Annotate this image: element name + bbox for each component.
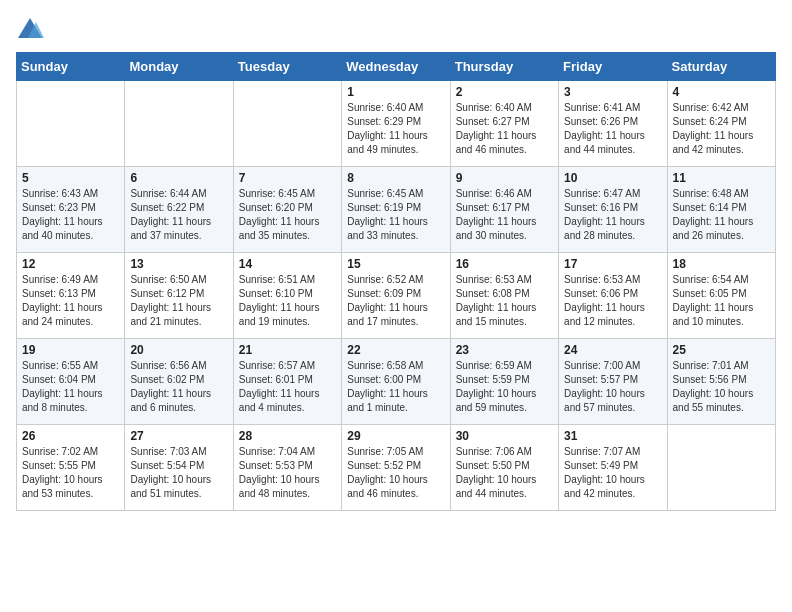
calendar-cell: 5Sunrise: 6:43 AM Sunset: 6:23 PM Daylig…	[17, 167, 125, 253]
calendar-cell: 20Sunrise: 6:56 AM Sunset: 6:02 PM Dayli…	[125, 339, 233, 425]
day-number: 11	[673, 171, 770, 185]
weekday-header: Sunday	[17, 53, 125, 81]
calendar-cell: 3Sunrise: 6:41 AM Sunset: 6:26 PM Daylig…	[559, 81, 667, 167]
logo	[16, 16, 46, 44]
day-info: Sunrise: 6:41 AM Sunset: 6:26 PM Dayligh…	[564, 101, 661, 157]
calendar-week-row: 12Sunrise: 6:49 AM Sunset: 6:13 PM Dayli…	[17, 253, 776, 339]
calendar-cell: 4Sunrise: 6:42 AM Sunset: 6:24 PM Daylig…	[667, 81, 775, 167]
calendar-body: 1Sunrise: 6:40 AM Sunset: 6:29 PM Daylig…	[17, 81, 776, 511]
day-info: Sunrise: 7:04 AM Sunset: 5:53 PM Dayligh…	[239, 445, 336, 501]
day-info: Sunrise: 6:43 AM Sunset: 6:23 PM Dayligh…	[22, 187, 119, 243]
calendar-cell: 29Sunrise: 7:05 AM Sunset: 5:52 PM Dayli…	[342, 425, 450, 511]
day-info: Sunrise: 6:42 AM Sunset: 6:24 PM Dayligh…	[673, 101, 770, 157]
day-info: Sunrise: 6:53 AM Sunset: 6:08 PM Dayligh…	[456, 273, 553, 329]
day-info: Sunrise: 6:51 AM Sunset: 6:10 PM Dayligh…	[239, 273, 336, 329]
calendar-cell: 8Sunrise: 6:45 AM Sunset: 6:19 PM Daylig…	[342, 167, 450, 253]
day-info: Sunrise: 6:46 AM Sunset: 6:17 PM Dayligh…	[456, 187, 553, 243]
calendar-cell: 24Sunrise: 7:00 AM Sunset: 5:57 PM Dayli…	[559, 339, 667, 425]
calendar-cell	[125, 81, 233, 167]
day-info: Sunrise: 6:52 AM Sunset: 6:09 PM Dayligh…	[347, 273, 444, 329]
day-info: Sunrise: 7:05 AM Sunset: 5:52 PM Dayligh…	[347, 445, 444, 501]
calendar-cell: 19Sunrise: 6:55 AM Sunset: 6:04 PM Dayli…	[17, 339, 125, 425]
day-info: Sunrise: 7:06 AM Sunset: 5:50 PM Dayligh…	[456, 445, 553, 501]
day-info: Sunrise: 6:49 AM Sunset: 6:13 PM Dayligh…	[22, 273, 119, 329]
day-number: 8	[347, 171, 444, 185]
calendar-cell: 18Sunrise: 6:54 AM Sunset: 6:05 PM Dayli…	[667, 253, 775, 339]
weekday-header: Saturday	[667, 53, 775, 81]
day-number: 19	[22, 343, 119, 357]
calendar-cell: 11Sunrise: 6:48 AM Sunset: 6:14 PM Dayli…	[667, 167, 775, 253]
day-number: 1	[347, 85, 444, 99]
day-info: Sunrise: 7:07 AM Sunset: 5:49 PM Dayligh…	[564, 445, 661, 501]
calendar-week-row: 1Sunrise: 6:40 AM Sunset: 6:29 PM Daylig…	[17, 81, 776, 167]
calendar-cell: 6Sunrise: 6:44 AM Sunset: 6:22 PM Daylig…	[125, 167, 233, 253]
day-info: Sunrise: 7:00 AM Sunset: 5:57 PM Dayligh…	[564, 359, 661, 415]
calendar-cell: 23Sunrise: 6:59 AM Sunset: 5:59 PM Dayli…	[450, 339, 558, 425]
calendar-cell: 1Sunrise: 6:40 AM Sunset: 6:29 PM Daylig…	[342, 81, 450, 167]
day-number: 25	[673, 343, 770, 357]
day-info: Sunrise: 6:54 AM Sunset: 6:05 PM Dayligh…	[673, 273, 770, 329]
calendar-cell: 17Sunrise: 6:53 AM Sunset: 6:06 PM Dayli…	[559, 253, 667, 339]
calendar-cell: 7Sunrise: 6:45 AM Sunset: 6:20 PM Daylig…	[233, 167, 341, 253]
calendar-cell: 15Sunrise: 6:52 AM Sunset: 6:09 PM Dayli…	[342, 253, 450, 339]
calendar-cell: 25Sunrise: 7:01 AM Sunset: 5:56 PM Dayli…	[667, 339, 775, 425]
day-number: 5	[22, 171, 119, 185]
day-number: 3	[564, 85, 661, 99]
day-number: 17	[564, 257, 661, 271]
weekday-header: Monday	[125, 53, 233, 81]
day-info: Sunrise: 6:47 AM Sunset: 6:16 PM Dayligh…	[564, 187, 661, 243]
day-info: Sunrise: 7:03 AM Sunset: 5:54 PM Dayligh…	[130, 445, 227, 501]
day-info: Sunrise: 6:48 AM Sunset: 6:14 PM Dayligh…	[673, 187, 770, 243]
day-number: 16	[456, 257, 553, 271]
calendar-cell	[233, 81, 341, 167]
day-number: 26	[22, 429, 119, 443]
day-info: Sunrise: 6:55 AM Sunset: 6:04 PM Dayligh…	[22, 359, 119, 415]
day-info: Sunrise: 7:01 AM Sunset: 5:56 PM Dayligh…	[673, 359, 770, 415]
day-number: 12	[22, 257, 119, 271]
weekday-header: Friday	[559, 53, 667, 81]
day-number: 9	[456, 171, 553, 185]
day-number: 13	[130, 257, 227, 271]
day-info: Sunrise: 6:53 AM Sunset: 6:06 PM Dayligh…	[564, 273, 661, 329]
page-header	[16, 16, 776, 44]
day-number: 14	[239, 257, 336, 271]
day-number: 27	[130, 429, 227, 443]
day-number: 6	[130, 171, 227, 185]
day-number: 23	[456, 343, 553, 357]
calendar-cell: 12Sunrise: 6:49 AM Sunset: 6:13 PM Dayli…	[17, 253, 125, 339]
calendar-week-row: 19Sunrise: 6:55 AM Sunset: 6:04 PM Dayli…	[17, 339, 776, 425]
logo-icon	[16, 16, 44, 44]
calendar-cell: 26Sunrise: 7:02 AM Sunset: 5:55 PM Dayli…	[17, 425, 125, 511]
calendar-cell: 21Sunrise: 6:57 AM Sunset: 6:01 PM Dayli…	[233, 339, 341, 425]
day-number: 20	[130, 343, 227, 357]
calendar-cell: 10Sunrise: 6:47 AM Sunset: 6:16 PM Dayli…	[559, 167, 667, 253]
day-number: 24	[564, 343, 661, 357]
day-number: 2	[456, 85, 553, 99]
weekday-header: Tuesday	[233, 53, 341, 81]
day-info: Sunrise: 6:59 AM Sunset: 5:59 PM Dayligh…	[456, 359, 553, 415]
day-info: Sunrise: 6:50 AM Sunset: 6:12 PM Dayligh…	[130, 273, 227, 329]
calendar-cell: 9Sunrise: 6:46 AM Sunset: 6:17 PM Daylig…	[450, 167, 558, 253]
calendar-cell	[667, 425, 775, 511]
day-number: 21	[239, 343, 336, 357]
day-info: Sunrise: 6:58 AM Sunset: 6:00 PM Dayligh…	[347, 359, 444, 415]
day-info: Sunrise: 6:40 AM Sunset: 6:29 PM Dayligh…	[347, 101, 444, 157]
calendar-cell: 30Sunrise: 7:06 AM Sunset: 5:50 PM Dayli…	[450, 425, 558, 511]
calendar-cell: 27Sunrise: 7:03 AM Sunset: 5:54 PM Dayli…	[125, 425, 233, 511]
weekday-header: Wednesday	[342, 53, 450, 81]
day-number: 31	[564, 429, 661, 443]
day-number: 29	[347, 429, 444, 443]
calendar-cell: 31Sunrise: 7:07 AM Sunset: 5:49 PM Dayli…	[559, 425, 667, 511]
day-info: Sunrise: 6:45 AM Sunset: 6:19 PM Dayligh…	[347, 187, 444, 243]
day-info: Sunrise: 6:56 AM Sunset: 6:02 PM Dayligh…	[130, 359, 227, 415]
calendar-week-row: 26Sunrise: 7:02 AM Sunset: 5:55 PM Dayli…	[17, 425, 776, 511]
calendar-table: SundayMondayTuesdayWednesdayThursdayFrid…	[16, 52, 776, 511]
day-number: 7	[239, 171, 336, 185]
calendar-week-row: 5Sunrise: 6:43 AM Sunset: 6:23 PM Daylig…	[17, 167, 776, 253]
day-number: 22	[347, 343, 444, 357]
calendar-cell: 28Sunrise: 7:04 AM Sunset: 5:53 PM Dayli…	[233, 425, 341, 511]
day-number: 30	[456, 429, 553, 443]
day-info: Sunrise: 6:45 AM Sunset: 6:20 PM Dayligh…	[239, 187, 336, 243]
day-info: Sunrise: 7:02 AM Sunset: 5:55 PM Dayligh…	[22, 445, 119, 501]
day-number: 18	[673, 257, 770, 271]
